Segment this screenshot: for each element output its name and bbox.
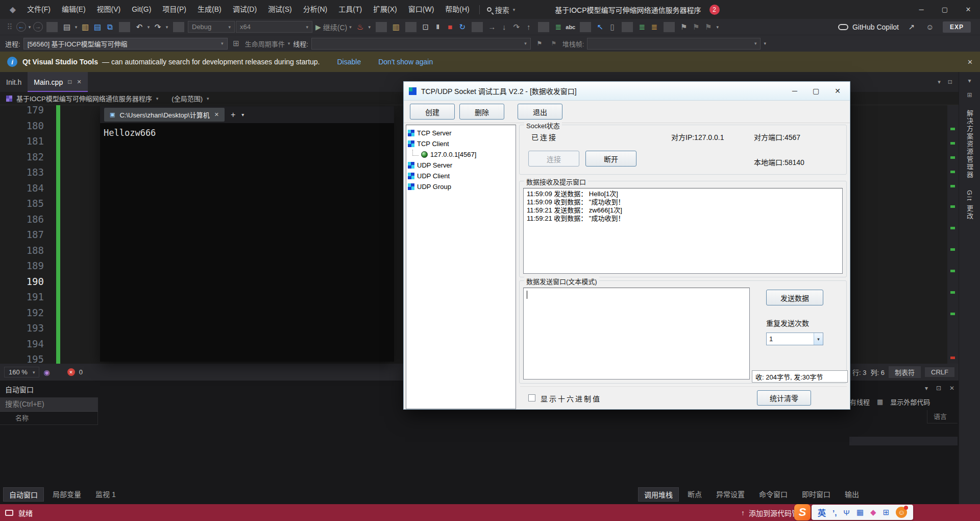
stop-icon[interactable]: ■ (445, 21, 456, 33)
clear-stats-button[interactable]: 统计清零 (757, 390, 811, 406)
prev-bookmark-icon[interactable]: ⚑ (691, 21, 702, 33)
menu-item[interactable]: Git(G) (126, 0, 157, 19)
menu-item[interactable]: 编辑(E) (56, 0, 91, 19)
configuration-dropdown[interactable]: Debug▾ (188, 21, 235, 33)
breakpoints-window-icon[interactable]: ⊡ (420, 21, 431, 33)
panel-tab[interactable]: 异常设置 (710, 487, 750, 502)
delete-button[interactable]: 删除 (459, 104, 504, 120)
panel-tab[interactable]: 监视 1 (90, 487, 121, 502)
microphone-icon[interactable]: Ψ (843, 508, 850, 517)
chevron-down-icon[interactable]: ▾ (367, 21, 372, 33)
exit-button[interactable]: 退出 (518, 104, 562, 120)
next-bookmark-icon[interactable]: ⚑ (703, 21, 714, 33)
menu-item[interactable]: 测试(S) (262, 0, 298, 19)
minimize-button[interactable]: ─ (910, 0, 933, 19)
create-button[interactable]: 创建 (410, 104, 455, 120)
menu-item[interactable]: 生成(B) (192, 0, 227, 19)
find-in-files-icon[interactable]: ▥ (390, 21, 402, 33)
connect-button[interactable]: 连接 (528, 151, 579, 167)
panel-tab[interactable]: 自动窗口 (3, 487, 44, 502)
panel-tab[interactable]: 断点 (682, 487, 707, 502)
flag-outline-icon[interactable]: ⚑ (548, 37, 559, 50)
language-column-header[interactable]: 语言 (927, 410, 958, 423)
column-indicator[interactable]: 列: 6 (871, 367, 885, 377)
flag-icon[interactable]: ⚑ (534, 37, 545, 50)
solution-explorer-icon[interactable]: ⊞ (967, 91, 972, 99)
suggestion-bulb-icon[interactable]: ◉ (43, 368, 50, 376)
line-indicator[interactable]: 行: 3 (852, 367, 866, 377)
ime-language-toggle[interactable]: 英 (818, 506, 826, 518)
sogou-logo-icon[interactable]: S (794, 504, 811, 520)
save-all-icon[interactable]: ⧉ (104, 21, 115, 33)
process-dropdown[interactable]: [56560] 基于IOCP模型编写可伸缩 ▾ (23, 38, 228, 50)
search-control[interactable]: 搜索 ▾ (487, 5, 516, 15)
receive-log[interactable]: 11:59:09 发送数据： Hello[1次]11:59:09 收到数据： "… (523, 188, 843, 274)
restart-icon[interactable]: ↻ (457, 21, 468, 33)
tasks-list-icon[interactable]: ≣ (649, 21, 660, 33)
menu-item[interactable]: 文件(F) (21, 0, 56, 19)
menu-item[interactable]: 项目(P) (157, 0, 192, 19)
panel-tab[interactable]: 输出 (839, 487, 865, 502)
document-tab[interactable]: Main.cpp⊡✕ (28, 72, 87, 92)
tree-item[interactable]: TCP Client (408, 138, 514, 149)
tree-item[interactable]: 127.0.0.1[4567] (408, 149, 514, 160)
sidebar-chevron-icon[interactable]: ▾ (968, 77, 971, 84)
scope-dropdown[interactable]: (全局范围) ▾ (172, 93, 209, 103)
close-button[interactable]: ✕ (835, 87, 841, 95)
window-position-icon[interactable]: ▾ (925, 385, 928, 392)
threads-list-icon[interactable]: ≣ (636, 21, 648, 33)
show-threads-icon[interactable]: ≣ (553, 21, 564, 33)
new-tab-icon[interactable]: + (231, 110, 235, 120)
github-copilot-button[interactable]: GitHub Copilot (838, 23, 899, 31)
combo-dropdown-button[interactable]: ▾ (814, 333, 823, 345)
editor-scrollbar[interactable] (947, 105, 959, 364)
chevron-down-icon[interactable]: ▾ (164, 21, 169, 33)
maximize-button[interactable]: ▢ (933, 0, 957, 19)
step-out-icon[interactable]: ↑ (523, 21, 534, 33)
float-window-icon[interactable]: ⊡ (948, 79, 952, 85)
menu-item[interactable]: 窗口(W) (403, 0, 440, 19)
disconnect-button[interactable]: 断开 (585, 151, 636, 167)
toolbox-icon[interactable]: ⊞ (883, 508, 890, 517)
error-count[interactable]: 0 (79, 368, 83, 376)
pause-icon[interactable]: ‖ (432, 21, 444, 33)
terminal-tab[interactable]: ▣ C:\Users\zhan\Desktop\计算机 ✕ (104, 108, 225, 122)
show-next-statement-icon[interactable]: → (486, 21, 498, 33)
zoom-dropdown[interactable]: 160 % ▾ (4, 367, 39, 377)
panel-tab[interactable]: 调用堆栈 (638, 487, 679, 502)
continue-button[interactable]: ▶ 继续(C) ▾ (313, 22, 354, 32)
nav-back-icon[interactable]: ← (16, 22, 26, 32)
close-icon[interactable]: ✕ (77, 79, 81, 85)
ime-punctuation-icon[interactable]: ’, (832, 508, 837, 517)
tree-item[interactable]: TCP Server (408, 128, 514, 138)
chevron-down-icon[interactable]: ▾ (74, 21, 79, 33)
hex-checkbox[interactable] (528, 394, 535, 401)
save-icon[interactable]: ▤ (92, 21, 103, 33)
eol-indicator[interactable]: CRLF (925, 367, 954, 377)
close-icon[interactable]: ✕ (214, 111, 219, 118)
stack-frame-dropdown[interactable]: ▾ (587, 38, 761, 50)
minimize-button[interactable]: ─ (792, 87, 797, 95)
soft-keyboard-icon[interactable]: ▦ (856, 508, 864, 517)
step-over-icon[interactable]: ↷ (511, 21, 522, 33)
maximize-button[interactable]: ▢ (813, 87, 819, 95)
emoji-icon[interactable]: ☺ (896, 507, 907, 518)
socket-tree[interactable]: TCP ServerTCP Client127.0.0.1[4567]UDP S… (406, 125, 516, 409)
tab-overflow-icon[interactable]: ▾ (938, 79, 941, 85)
chevron-down-icon[interactable]: ▾ (715, 21, 720, 33)
panel-tab[interactable]: 即时窗口 (796, 487, 836, 502)
chevron-down-icon[interactable]: ▾ (241, 112, 244, 117)
account-icon[interactable]: ☺ (924, 21, 936, 33)
close-icon[interactable]: ✕ (949, 385, 954, 392)
word-wrap-icon[interactable]: abc (565, 21, 576, 33)
toolbar-overflow-icon[interactable]: ▾ (764, 41, 766, 46)
disable-link[interactable]: Disable (337, 58, 361, 66)
bookmark-icon[interactable]: ⚑ (678, 21, 690, 33)
experimental-badge[interactable]: EXP (943, 21, 971, 33)
skin-icon[interactable]: ◆ (870, 508, 876, 517)
chevron-down-icon[interactable]: ▾ (27, 21, 32, 33)
dialog-titlebar[interactable]: TCP/UDP Socket 调试工具 V2.2 - [数据收发窗口] ─ ▢ … (404, 82, 850, 101)
thread-dropdown[interactable]: ▾ (311, 38, 531, 50)
select-pointer-icon[interactable]: ↖ (595, 21, 606, 33)
tree-item[interactable]: UDP Group (408, 181, 514, 192)
